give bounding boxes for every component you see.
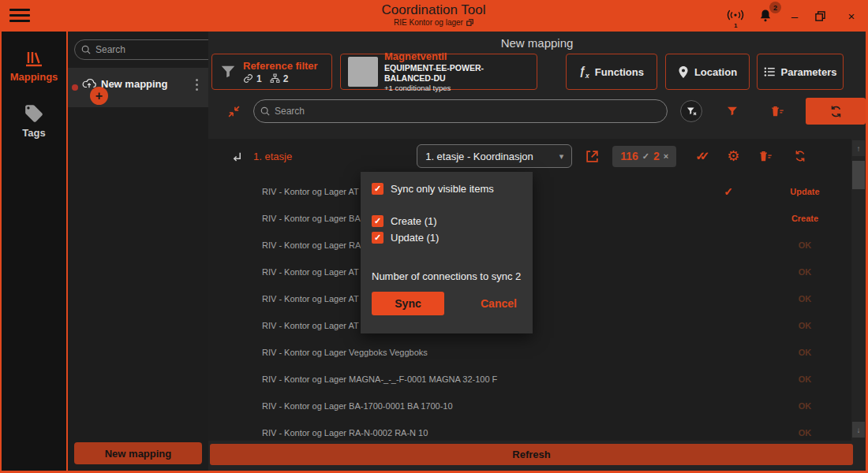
tag-icon (24, 103, 44, 124)
delete-list-icon[interactable] (770, 105, 785, 118)
app-window: Coordination Tool RIE Kontor og lager 1 … (0, 0, 868, 473)
filter-icon[interactable] (726, 105, 739, 117)
table-row[interactable]: RIV - Kontor og Lager Veggboks Veggboks … (208, 339, 851, 366)
connection-name: RIV - Kontor og Lager RA (262, 240, 361, 250)
sidebar-item-tags[interactable]: Tags (22, 103, 45, 139)
copy-icon[interactable] (466, 19, 473, 26)
sync-button[interactable]: Sync (372, 292, 444, 315)
mappings-panel: New mapping + New mapping (68, 32, 208, 471)
panel-search-input[interactable] (95, 44, 218, 55)
location-label: Location (694, 66, 737, 78)
workspace-name: RIE Kontor og lager (394, 18, 463, 27)
parameters-label: Parameters (781, 66, 837, 78)
unsaved-dot (72, 84, 78, 91)
mapping-item-menu-button[interactable] (191, 79, 202, 91)
gear-icon[interactable]: ⚙ (727, 149, 739, 163)
sync-all-button[interactable] (806, 98, 866, 125)
equipment-type-button[interactable]: Magnetventil EQUIPMENT-EE-POWER-BALANCED… (340, 54, 537, 90)
option-label: Update (1) (391, 232, 439, 244)
connection-name: RIV - Kontor og Lager AT (262, 267, 359, 277)
restore-button[interactable] (815, 11, 831, 21)
new-mapping-button[interactable]: New mapping (74, 442, 202, 464)
sync-count-badge: 116 ✓ 2 × (612, 146, 676, 167)
scrollbar-thumb[interactable] (852, 161, 865, 189)
group-name: 1. etasje (253, 151, 292, 162)
sidebar-item-mappings[interactable]: Mappings (10, 49, 58, 83)
checkbox-checked[interactable]: ✓ (372, 232, 383, 244)
create-option[interactable]: ✓ Create (1) (372, 215, 522, 227)
status-badge: OK (780, 401, 829, 411)
search-icon (260, 106, 270, 116)
collapse-all-icon[interactable] (227, 105, 241, 118)
chevron-down-icon: ▾ (559, 151, 564, 162)
group-delete-list-icon[interactable] (758, 150, 773, 163)
clear-filter-toggle[interactable] (680, 100, 702, 122)
panel-search-field[interactable] (74, 39, 225, 60)
list-search-field[interactable] (253, 99, 668, 123)
parameters-button[interactable]: Parameters (757, 54, 844, 90)
option-label: Create (1) (391, 215, 437, 227)
collapse-group-icon[interactable] (232, 151, 242, 162)
equipment-note: +1 conditional types (384, 84, 529, 93)
list-search-input[interactable] (275, 106, 660, 117)
titlebar: Coordination Tool RIE Kontor og lager 1 … (2, 0, 866, 32)
notifications-bell-icon[interactable]: 2 (757, 7, 774, 24)
scroll-up-button[interactable]: ↑ (852, 140, 865, 156)
status-badge: Update (780, 187, 829, 196)
location-pin-icon (678, 65, 689, 79)
select-all-icon[interactable]: ✓✓ (695, 149, 709, 163)
checkbox-checked[interactable]: ✓ (372, 183, 383, 195)
sidebar-item-label: Tags (22, 127, 45, 139)
equipment-thumbnail (348, 57, 378, 87)
dropdown-value: 1. etasje - Koordinasjon (425, 151, 533, 162)
cross-icon: × (664, 151, 668, 161)
equipment-subtitle: EQUIPMENT-EE-POWER-BALANCED-DU (384, 63, 529, 84)
main-area: New mapping Reference filter (208, 32, 866, 471)
equipment-title: Magnetventil (384, 50, 529, 63)
funnel-icon (219, 63, 237, 80)
status-badge: OK (780, 321, 829, 330)
list-toolbar (208, 94, 866, 128)
sync-visible-option[interactable]: ✓ Sync only visible items (372, 183, 522, 195)
add-mapping-plus-button[interactable]: + (90, 87, 108, 105)
refresh-button[interactable]: Refresh (210, 444, 853, 465)
functions-button[interactable]: ƒx Functions (566, 54, 657, 90)
checkbox-checked[interactable]: ✓ (372, 215, 383, 227)
page-title: New mapping (208, 32, 866, 50)
broadcast-icon[interactable]: 1 (727, 7, 744, 24)
cancel-button[interactable]: Cancel (481, 297, 517, 310)
mapping-list-item[interactable]: New mapping + (68, 68, 208, 107)
connection-name: RIV - Kontor og Lager RA-N-0002 RA-N 10 (262, 428, 428, 438)
table-row[interactable]: RIV - Kontor og Lager BA-1700-0001 BA 17… (208, 393, 851, 419)
connection-name: RIV - Kontor og Lager BA-1700-0001 BA 17… (262, 401, 453, 411)
scrollbar[interactable]: ↑ ↓ (852, 140, 865, 439)
reference-filter-button[interactable]: Reference filter 1 (211, 54, 332, 90)
connection-name: RIV - Kontor og Lager Veggboks Veggboks (262, 348, 428, 357)
group-sync-icon[interactable] (794, 150, 806, 162)
type-count: 2 (283, 73, 289, 84)
connection-name: RIV - Kontor og Lager AT (262, 187, 359, 196)
update-option[interactable]: ✓ Update (1) (372, 232, 522, 244)
notification-badge: 2 (769, 2, 781, 13)
connection-name: RIV - Kontor og Lager MAGNA-_-_-F-0001 M… (262, 374, 497, 384)
table-row[interactable]: RIV - Kontor og Lager MAGNA-_-_-F-0001 M… (208, 366, 851, 393)
hierarchy-icon (270, 73, 280, 84)
open-external-icon[interactable] (585, 149, 600, 164)
fx-icon: ƒx (579, 65, 589, 80)
connection-name: RIV - Kontor og Lager BA (262, 214, 361, 223)
scroll-down-button[interactable]: ↓ (852, 422, 865, 438)
location-button[interactable]: Location (665, 54, 750, 90)
library-icon (24, 49, 44, 68)
minimize-button[interactable]: – (787, 9, 803, 23)
table-row[interactable]: RIV - Kontor og Lager RA-N-0002 RA-N 10 … (208, 419, 851, 441)
search-icon (81, 45, 91, 54)
status-badge: OK (780, 294, 829, 304)
parameters-list-icon (764, 66, 776, 77)
status-badge: OK (780, 240, 829, 250)
target-view-dropdown[interactable]: 1. etasje - Koordinasjon ▾ (417, 144, 572, 168)
close-button[interactable]: × (844, 9, 859, 23)
check-icon: ✓ (724, 185, 733, 198)
functions-label: Functions (595, 66, 644, 78)
mapping-item-label: New mapping (101, 78, 168, 90)
status-badge: OK (780, 267, 829, 277)
